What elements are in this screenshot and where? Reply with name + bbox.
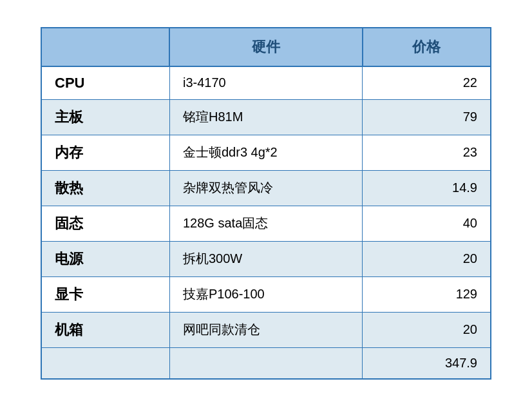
row-price: 14.9 [363, 170, 491, 206]
row-hardware: 网吧同款清仓 [169, 312, 362, 347]
hardware-table-wrapper: 硬件 价格 CPUi3-417022主板铭瑄H81M79内存金士顿ddr3 4g… [41, 27, 491, 380]
row-price: 129 [363, 276, 491, 312]
header-empty [41, 28, 169, 66]
table-row: 散热杂牌双热管风冷14.9 [41, 170, 491, 206]
total-row: 347.9 [41, 347, 491, 379]
table-row: 机箱网吧同款清仓20 [41, 312, 491, 347]
total-value: 347.9 [363, 347, 491, 379]
row-hardware: 128G sata固态 [169, 206, 362, 241]
table-row: 主板铭瑄H81M79 [41, 99, 491, 135]
row-price: 79 [363, 99, 491, 135]
row-price: 20 [363, 312, 491, 347]
row-hardware: 技嘉P106-100 [169, 276, 362, 312]
row-category: 主板 [41, 99, 169, 135]
row-hardware: 杂牌双热管风冷 [169, 170, 362, 206]
row-category: 机箱 [41, 312, 169, 347]
row-category: 电源 [41, 241, 169, 276]
row-price: 40 [363, 206, 491, 241]
table-header-row: 硬件 价格 [41, 28, 491, 66]
hardware-table: 硬件 价格 CPUi3-417022主板铭瑄H81M79内存金士顿ddr3 4g… [41, 27, 491, 380]
table-row: 固态128G sata固态40 [41, 206, 491, 241]
table-row: 内存金士顿ddr3 4g*223 [41, 135, 491, 170]
header-hardware: 硬件 [169, 28, 362, 66]
row-category: 显卡 [41, 276, 169, 312]
row-hardware: 金士顿ddr3 4g*2 [169, 135, 362, 170]
total-empty-2 [169, 347, 362, 379]
row-hardware: 拆机300W [169, 241, 362, 276]
total-empty-1 [41, 347, 169, 379]
table-row: 电源拆机300W20 [41, 241, 491, 276]
row-price: 20 [363, 241, 491, 276]
row-hardware: 铭瑄H81M [169, 99, 362, 135]
row-category: 内存 [41, 135, 169, 170]
row-price: 22 [363, 66, 491, 100]
row-category: CPU [41, 66, 169, 100]
row-category: 散热 [41, 170, 169, 206]
row-category: 固态 [41, 206, 169, 241]
table-row: 显卡技嘉P106-100129 [41, 276, 491, 312]
row-price: 23 [363, 135, 491, 170]
table-row: CPUi3-417022 [41, 66, 491, 100]
header-price: 价格 [363, 28, 491, 66]
row-hardware: i3-4170 [169, 66, 362, 100]
